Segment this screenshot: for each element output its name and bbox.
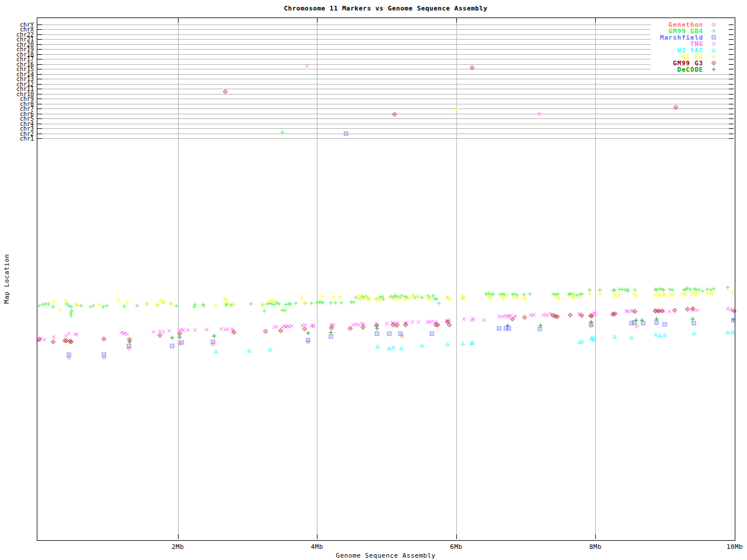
- data-point-marker-wi-rh: [729, 290, 734, 295]
- data-point-marker-wi-rh: [387, 295, 392, 300]
- data-point-marker-wi-rh: [58, 307, 62, 312]
- data-point-marker-gm99-g3: [37, 337, 41, 342]
- data-point-marker-wi-rh: [51, 299, 56, 304]
- data-point-marker-tng: [167, 328, 172, 333]
- data-point-marker-wi-rh: [694, 292, 699, 296]
- data-point-marker-wi-yac: [592, 337, 596, 342]
- data-point-marker-marshfield: [430, 331, 434, 336]
- y-axis-tick: [37, 74, 42, 75]
- data-point-marker-gm99-gb4: [282, 308, 287, 313]
- y-axis-tick-right: [729, 138, 734, 139]
- data-point-marker-wi-rh: [155, 303, 160, 307]
- data-point-marker-wi-yac: [391, 345, 396, 349]
- data-point-marker-gm99-g3: [568, 313, 573, 317]
- x-tick-label: 10Mb: [717, 543, 747, 551]
- gridline-horizontal: [37, 128, 734, 129]
- x-axis-tick: [456, 534, 457, 539]
- data-point-marker-decode: [654, 317, 659, 321]
- data-point-marker-wi-rh: [411, 293, 416, 298]
- data-point-marker-wi-rh: [231, 302, 235, 307]
- data-point-marker-tng: [204, 327, 209, 332]
- data-point-marker-wi-rh: [169, 302, 173, 306]
- data-point-marker-gm99-g3: [447, 323, 452, 327]
- data-point-marker-gm99-gb4: [491, 292, 495, 296]
- data-point-marker-marshfield: [387, 331, 392, 336]
- y-axis-tick-right: [729, 104, 734, 104]
- data-point-marker-gm99-gb4: [320, 300, 325, 305]
- gridline-horizontal: [37, 114, 734, 114]
- data-point-marker-gm99-gb4: [661, 288, 666, 292]
- data-point-marker-marshfield: [662, 322, 667, 327]
- data-point-marker-tng: [305, 64, 309, 68]
- data-point-marker-marshfield: [497, 326, 501, 331]
- y-axis-tick-right: [729, 94, 734, 94]
- legend-row: WI YAC: [584, 47, 727, 54]
- y-axis-tick-right: [729, 49, 734, 50]
- diamond-dot-icon: [711, 61, 716, 65]
- data-point-marker-tng: [416, 320, 421, 324]
- y-axis-tick-right: [729, 99, 734, 99]
- data-point-marker-wi-rh: [214, 303, 218, 308]
- data-point-marker-wi-yac: [268, 347, 273, 352]
- data-point-marker-gm99-g3: [580, 313, 584, 318]
- data-point-marker-gm99-gb4: [333, 300, 338, 305]
- data-point-marker-tng: [667, 309, 672, 314]
- data-point-marker-wi-yac: [247, 348, 252, 353]
- data-point-marker-wi-yac: [375, 344, 380, 349]
- data-point-marker-wi-rh: [378, 298, 382, 303]
- data-point-marker-wi-rh: [710, 291, 715, 296]
- data-point-marker-gm99-g3: [660, 309, 665, 313]
- data-point-marker-wi-yac: [420, 343, 424, 348]
- data-point-marker-gm99-gb4: [91, 303, 96, 308]
- data-point-marker-gm99-gb4: [612, 288, 617, 292]
- data-point-marker-decode: [589, 320, 594, 324]
- data-point-marker-tng: [289, 324, 294, 328]
- y-axis-tick-right: [729, 118, 734, 119]
- legend-row: GM99 G3: [584, 60, 727, 66]
- data-point-marker-wi-rh: [671, 293, 675, 298]
- gridline-horizontal: [37, 118, 734, 119]
- data-point-marker-tng: [482, 318, 487, 323]
- data-point-marker-marshfield: [211, 340, 215, 344]
- data-point-marker-wi-rh: [557, 296, 561, 301]
- data-point-marker-decode: [505, 323, 510, 328]
- data-point-marker-gm99-gb4: [626, 289, 630, 293]
- data-point-marker-gm99-gb4: [700, 289, 705, 293]
- y-axis-tick-right: [729, 29, 734, 30]
- y-axis-tick: [37, 94, 42, 94]
- data-point-marker-tng: [67, 331, 71, 336]
- data-point-marker-gm99-g3: [522, 315, 527, 320]
- data-point-marker-wi-rh: [97, 302, 102, 307]
- data-point-marker-gm99-g3: [732, 309, 736, 313]
- data-point-marker-wi-yac: [730, 330, 735, 334]
- data-point-marker-decode: [329, 330, 333, 335]
- legend-row: GM99 GB4: [584, 28, 727, 34]
- diamond-dot-icon: [711, 22, 716, 27]
- y-axis-tick: [37, 24, 42, 25]
- data-point-marker-wi-rh: [577, 294, 582, 299]
- data-point-marker-wi-rh: [427, 297, 432, 302]
- y-axis-tick-right: [729, 79, 734, 79]
- data-point-marker-gm99-g3: [633, 309, 637, 314]
- x-axis-tick: [735, 534, 735, 539]
- data-point-marker-wi-yac: [399, 346, 404, 351]
- data-point-marker-marshfield: [67, 352, 71, 357]
- data-point-marker-decode: [731, 317, 736, 322]
- data-point-marker-wi-rh: [75, 302, 79, 307]
- data-point-marker-marshfield: [306, 338, 310, 342]
- y-axis-tick-right: [729, 89, 734, 89]
- data-point-marker-gm99-gb4: [309, 301, 314, 306]
- data-point-marker-wi-rh: [683, 292, 687, 297]
- data-point-marker-gm99-gb4: [122, 304, 127, 309]
- data-point-marker-marshfield: [170, 344, 174, 348]
- gridline-horizontal: [37, 89, 734, 89]
- data-point-marker-gm99-gb4: [351, 300, 356, 304]
- y-axis-tick: [37, 108, 42, 109]
- data-point-marker-gm99-gb4: [437, 301, 441, 306]
- x-tick-label: 2Mb: [160, 543, 196, 551]
- gridline-vertical: [178, 18, 179, 539]
- data-point-marker-decode: [538, 323, 543, 328]
- y-axis-tick: [37, 34, 42, 35]
- data-point-marker-gm99-g3: [69, 340, 74, 344]
- y-axis-tick: [37, 44, 42, 45]
